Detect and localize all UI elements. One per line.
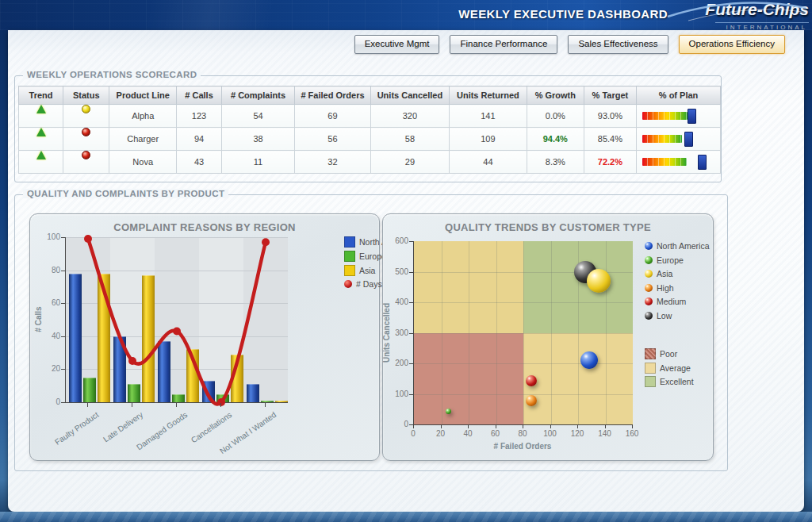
col-trend: Trend xyxy=(19,86,63,105)
x-axis-title: # Failed Orders xyxy=(413,442,632,451)
tab-bar: Executive MgmtFinance PerformanceSales E… xyxy=(354,35,785,54)
cell-calls: 94 xyxy=(176,128,221,151)
plan-bullet-chart[interactable] xyxy=(642,155,714,169)
legend-label: Average xyxy=(660,363,691,373)
col-complaints: # Complaints xyxy=(222,86,295,105)
cell-units-cancelled: 58 xyxy=(371,128,450,151)
status-red-icon xyxy=(82,151,90,159)
y-tick-label: 0 xyxy=(388,420,408,428)
x-tick-mark xyxy=(577,425,578,428)
y-tick-mark xyxy=(409,333,413,334)
cell-target: 93.0% xyxy=(584,105,637,128)
tab-executive-mgmt[interactable]: Executive Mgmt xyxy=(354,35,440,54)
trend-up-icon xyxy=(36,105,46,113)
cell-product-line: Charger xyxy=(109,128,177,151)
x-tick-label: 80 xyxy=(511,429,534,438)
col-growth: % Growth xyxy=(527,86,584,105)
gridline xyxy=(414,363,633,364)
line-point-damaged-goods[interactable] xyxy=(173,328,181,336)
status-yellow-icon xyxy=(82,105,90,113)
plan-bullet-chart[interactable] xyxy=(642,132,714,146)
y-tick-mark xyxy=(409,302,413,303)
cell-units-returned: 44 xyxy=(449,151,527,174)
plan-bullet-chart[interactable] xyxy=(642,109,714,123)
gridline xyxy=(414,302,633,303)
cell-status xyxy=(63,128,109,151)
quality-section-title: QUALITY AND COMPLAINTS BY PRODUCT xyxy=(23,189,228,198)
quality-section: QUALITY AND COMPLAINTS BY PRODUCT COMPLA… xyxy=(14,194,728,471)
tab-sales-effectiveness[interactable]: Sales Effectiveness xyxy=(568,35,668,54)
table-row[interactable]: Nova43113229448.3%72.2% xyxy=(19,151,721,174)
y-axis-title: # Calls xyxy=(34,240,43,399)
x-tick-label: 60 xyxy=(484,429,508,438)
line-point-not-what-i-wanted[interactable] xyxy=(262,238,270,246)
cell-plan xyxy=(637,128,721,151)
x-tick-mark xyxy=(632,425,633,428)
legend-zone-swatch-icon xyxy=(645,376,656,387)
col-product-line: Product Line xyxy=(109,86,177,105)
legend-label: Europe xyxy=(657,255,684,265)
table-row[interactable]: Charger9438565810994.4%85.4% xyxy=(19,128,721,151)
page-title: WEEKLY EXECUTIVE DASHBOARD xyxy=(458,7,668,21)
legend-item-europe: Europe xyxy=(645,255,684,265)
col-of-plan: % of Plan xyxy=(637,86,721,105)
cell-failed-orders: 69 xyxy=(294,105,370,128)
legend-ball-low-icon xyxy=(645,312,653,320)
x-axis-label-faulty-product: Faulty Product xyxy=(53,410,100,447)
bubble-north-america[interactable] xyxy=(580,351,598,369)
legend-item-high: High xyxy=(645,283,674,293)
col-failed-orders: # Failed Orders xyxy=(294,86,370,105)
legend-item-asia: Asia xyxy=(344,265,375,276)
x-tick-mark xyxy=(468,425,469,428)
y-tick-mark xyxy=(409,272,413,273)
tab-operations-efficiency[interactable]: Operations Efficiency xyxy=(679,35,785,54)
x-tick-mark xyxy=(132,403,132,407)
table-row[interactable]: Alpha12354693201410.0%93.0% xyxy=(19,105,721,128)
y-tick-mark xyxy=(409,424,413,425)
x-tick-mark xyxy=(87,403,88,407)
y-tick-label: 200 xyxy=(388,359,408,367)
cell-units-returned: 141 xyxy=(449,105,527,128)
y-tick-mark xyxy=(409,394,413,395)
header: WEEKLY EXECUTIVE DASHBOARD Future-Chips … xyxy=(0,0,812,30)
plan-gradient-bar xyxy=(642,158,687,166)
cell-complaints: 54 xyxy=(222,105,295,128)
bubble-asia[interactable] xyxy=(587,269,611,293)
y-tick-label: 600 xyxy=(388,236,408,245)
cell-growth: 94.4% xyxy=(527,128,584,151)
x-tick-label: 120 xyxy=(565,429,589,438)
quality-trends-chart: QUALITY TRENDS BY CUSTOMER TYPE 02040608… xyxy=(382,213,714,461)
x-tick-mark xyxy=(441,425,442,428)
line-point-late-delivery[interactable] xyxy=(128,357,136,365)
legend-item-north-america: North America xyxy=(645,241,710,251)
trend-up-icon xyxy=(36,128,46,136)
x-tick-mark xyxy=(176,403,177,407)
col-target: % Target xyxy=(584,86,637,105)
y-tick-mark xyxy=(61,369,65,370)
cell-failed-orders: 32 xyxy=(294,151,370,174)
y-tick-mark xyxy=(61,271,65,271)
x-tick-mark xyxy=(523,425,523,428)
y-tick-label: 300 xyxy=(388,328,408,337)
legend-zone-excellent: Excellent xyxy=(645,376,694,387)
line-point-faulty-product[interactable] xyxy=(84,235,92,243)
line-point-cancellations[interactable] xyxy=(217,398,225,406)
legend-label: Excellent xyxy=(660,377,694,386)
scorecard-table: TrendStatusProduct Line# Calls# Complain… xyxy=(18,86,721,174)
legend-ball-north-america-icon xyxy=(645,242,653,250)
gridline xyxy=(414,394,633,395)
x-tick-mark xyxy=(413,425,414,428)
cell-target: 72.2% xyxy=(584,151,637,174)
bubble-europe[interactable] xyxy=(446,409,451,414)
scorecard-section: WEEKLY OPERATIONS SCORECARD TrendStatusP… xyxy=(14,75,722,182)
chart-plot-area xyxy=(65,237,288,403)
x-axis-label-cancellations: Cancellations xyxy=(190,410,233,444)
cell-calls: 123 xyxy=(176,105,221,128)
plan-marker xyxy=(698,155,707,170)
legend-label: Low xyxy=(657,311,672,320)
cell-trend xyxy=(19,128,63,151)
legend-label: High xyxy=(657,283,674,293)
cell-failed-orders: 56 xyxy=(294,128,370,151)
tab-finance-performance[interactable]: Finance Performance xyxy=(450,35,557,54)
cell-units-cancelled: 29 xyxy=(371,151,450,174)
